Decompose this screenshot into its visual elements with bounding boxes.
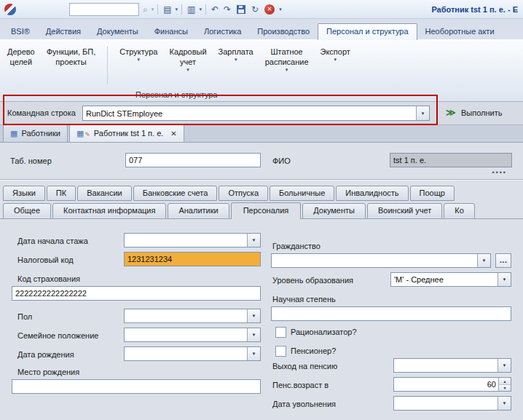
gender-input[interactable] bbox=[125, 309, 260, 322]
retirement-input[interactable] bbox=[394, 359, 511, 372]
tab-number-input[interactable] bbox=[126, 154, 260, 167]
grid-view-dropdown-icon[interactable]: ▾ bbox=[176, 4, 178, 15]
search-dropdown-icon[interactable]: ▾ bbox=[152, 4, 154, 15]
ribbon-button-goal-tree[interactable]: Дерево целей bbox=[7, 47, 35, 67]
ribbon-button-structure[interactable]: Структура ▾ bbox=[119, 47, 157, 63]
insurance-code-field[interactable] bbox=[12, 286, 261, 301]
science-degree-field[interactable] bbox=[271, 306, 511, 321]
ribbon-button-hr-records[interactable]: Кадровый учет ▾ bbox=[169, 47, 206, 73]
command-line-combo[interactable]: ▼ bbox=[82, 106, 430, 121]
tab-business-trips[interactable]: Ко bbox=[444, 203, 475, 219]
citizenship-dropdown-icon[interactable]: ▼ bbox=[477, 254, 490, 267]
tab-number-field[interactable] bbox=[125, 153, 261, 167]
ribbon-button-export[interactable]: Экспорт ▾ bbox=[321, 47, 350, 63]
pensioner-checkbox[interactable] bbox=[275, 346, 286, 357]
birth-date-input[interactable] bbox=[125, 347, 260, 360]
stop-icon[interactable]: ✕ bbox=[264, 4, 275, 15]
tab-sick-leaves[interactable]: Больничные bbox=[270, 186, 334, 201]
tab-languages[interactable]: Языки bbox=[3, 186, 45, 201]
education-label: Уровень образования bbox=[272, 276, 353, 285]
quick-search-input[interactable] bbox=[69, 3, 139, 16]
tab-vacations[interactable]: Отпуска bbox=[219, 186, 268, 201]
list-view-dropdown-icon[interactable]: ▾ bbox=[199, 4, 202, 15]
birth-date-dropdown-icon[interactable]: ▼ bbox=[247, 347, 260, 360]
redo-icon[interactable]: ↷ bbox=[222, 4, 232, 15]
ribbon-button-salary[interactable]: Зарплата ▾ bbox=[219, 47, 253, 63]
refresh-icon[interactable]: ↻ bbox=[250, 4, 260, 15]
command-line-input[interactable] bbox=[83, 106, 429, 120]
close-tab-icon[interactable]: ✕ bbox=[170, 130, 176, 138]
ribbon-tab-production[interactable]: Производство bbox=[249, 24, 318, 39]
dismissal-date-dropdown-icon[interactable]: ▼ bbox=[498, 397, 511, 410]
birth-place-field[interactable] bbox=[12, 379, 261, 394]
command-line-dropdown-icon[interactable]: ▼ bbox=[416, 106, 429, 120]
toolbar-separator bbox=[205, 4, 206, 15]
marital-status-input[interactable] bbox=[125, 328, 260, 341]
grid-view-icon[interactable]: ▤ bbox=[162, 4, 173, 15]
execute-button[interactable]: Выполнить bbox=[461, 108, 502, 117]
tab-disability[interactable]: Инвалидность bbox=[336, 186, 408, 201]
tab-incentives[interactable]: Поощр bbox=[410, 186, 455, 201]
marital-status-combo[interactable]: ▼ bbox=[124, 328, 261, 342]
tab-general[interactable]: Общее bbox=[3, 203, 51, 219]
education-input[interactable] bbox=[391, 273, 511, 286]
ribbon-button-functions-bp-projects[interactable]: Функции, БП, проекты bbox=[47, 47, 96, 67]
pension-age-spin-buttons[interactable]: ▴ ▾ bbox=[498, 378, 511, 391]
education-combo[interactable]: ▼ bbox=[390, 272, 511, 287]
ribbon-tab-actions[interactable]: Действия bbox=[38, 24, 89, 39]
citizenship-lookup-button[interactable]: … bbox=[495, 253, 511, 268]
document-tab-worker-card[interactable]: ▦ ✎ Работник tst 1 п. е. ✕ bbox=[69, 124, 184, 142]
birth-place-input[interactable] bbox=[12, 380, 260, 393]
gender-dropdown-icon[interactable]: ▼ bbox=[247, 309, 260, 322]
dismissal-date-input[interactable] bbox=[394, 397, 511, 410]
dismissal-date-combo[interactable]: ▼ bbox=[393, 396, 511, 411]
ribbon-tab-personnel[interactable]: Персонал и структура bbox=[318, 23, 417, 40]
tab-pc[interactable]: ПК bbox=[47, 186, 76, 201]
tab-contact-info[interactable]: Контактная информация bbox=[52, 203, 166, 219]
fio-input[interactable] bbox=[390, 154, 511, 167]
start-date-dropdown-icon[interactable]: ▼ bbox=[247, 234, 260, 247]
ribbon-button-label: Кадровый bbox=[169, 47, 206, 57]
citizenship-input[interactable] bbox=[272, 254, 490, 267]
tab-personalia[interactable]: Персоналия bbox=[231, 202, 302, 219]
gender-combo[interactable]: ▼ bbox=[124, 309, 261, 323]
execute-icon[interactable]: ≫ bbox=[446, 107, 456, 118]
splitter-dots[interactable]: •••• bbox=[492, 170, 507, 176]
retirement-combo[interactable]: ▼ bbox=[393, 358, 511, 373]
document-tab-workers[interactable]: ▦ Работники bbox=[3, 124, 68, 142]
tab-bank-accounts[interactable]: Банковские счета bbox=[133, 186, 218, 201]
pension-age-input[interactable] bbox=[394, 378, 511, 391]
ribbon-tab-logistics[interactable]: Логистика bbox=[196, 24, 249, 39]
insurance-code-input[interactable] bbox=[12, 287, 260, 300]
rationalizer-checkbox[interactable] bbox=[275, 327, 286, 338]
start-date-input[interactable] bbox=[125, 234, 260, 247]
ribbon-tab-bsi[interactable]: BSI® bbox=[3, 24, 38, 39]
toolbar-options-chevron-icon[interactable]: ▾ bbox=[279, 4, 282, 15]
start-date-combo[interactable]: ▼ bbox=[124, 233, 261, 247]
fio-field[interactable] bbox=[390, 153, 512, 167]
birth-date-combo[interactable]: ▼ bbox=[124, 346, 261, 361]
chevron-down-icon: ▾ bbox=[138, 57, 141, 63]
tab-vacancies[interactable]: Вакансии bbox=[77, 186, 132, 201]
tax-code-input[interactable] bbox=[125, 253, 260, 266]
search-icon[interactable]: ⌕ bbox=[141, 4, 149, 15]
education-dropdown-icon[interactable]: ▼ bbox=[498, 273, 511, 286]
ribbon-tab-noncurrent-assets[interactable]: Необоротные акти bbox=[417, 24, 503, 39]
list-view-icon[interactable]: ▥ bbox=[186, 4, 197, 15]
undo-icon[interactable]: ↶ bbox=[210, 4, 220, 15]
pension-age-spinner[interactable]: ▴ ▾ bbox=[393, 377, 511, 392]
ribbon-tab-documents[interactable]: Документы bbox=[89, 24, 146, 39]
ribbon-button-staffing-table[interactable]: Штатное расписание ▾ bbox=[265, 47, 309, 73]
citizenship-combo[interactable]: ▼ bbox=[271, 253, 491, 268]
spin-up-icon[interactable]: ▴ bbox=[499, 378, 511, 384]
tab-military[interactable]: Воинский учет bbox=[367, 203, 442, 219]
ribbon-tab-finance[interactable]: Финансы bbox=[146, 24, 196, 39]
marital-status-dropdown-icon[interactable]: ▼ bbox=[247, 328, 260, 341]
science-degree-input[interactable] bbox=[272, 307, 511, 320]
tax-code-field[interactable] bbox=[124, 252, 261, 266]
save-icon[interactable] bbox=[237, 5, 245, 14]
tab-documents[interactable]: Документы bbox=[302, 203, 366, 219]
tab-analytics[interactable]: Аналитики bbox=[168, 203, 229, 219]
spin-down-icon[interactable]: ▾ bbox=[499, 384, 511, 392]
retirement-dropdown-icon[interactable]: ▼ bbox=[498, 359, 511, 372]
